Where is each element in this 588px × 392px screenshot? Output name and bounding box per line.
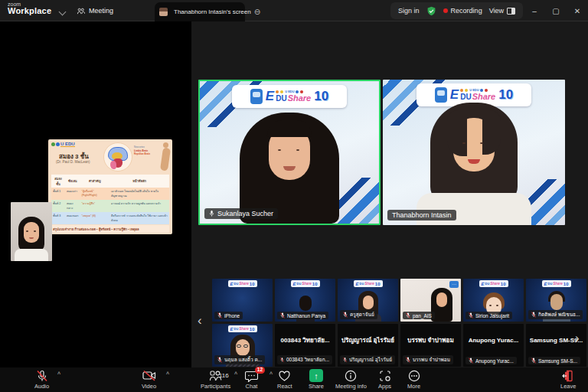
participant-person [409,103,539,225]
participant-tile-krusuda[interactable]: EDUShare10 ครูสุดาจันย์ [338,279,398,322]
brain-labels: Neocortex Limbic Brain Reptilian Brain [134,145,157,156]
video-button[interactable]: Video ^ [142,369,156,390]
slide-logo: U EDU [51,142,75,147]
window-controls: – ▢ ✕ [524,0,588,21]
meeting-toolbar: Audio ^ Video ^ Participants 116 ^ 12 Ch… [0,368,588,392]
self-view-tile[interactable] [11,202,52,261]
participant-tile-pan-ais[interactable]: ··· pan_AIS [400,279,461,322]
slide-logo-text: U EDU [60,142,75,147]
participant-tile-kittipong[interactable]: EDUShare10 กิตติพงษ์ พณิชนธ... [526,279,586,322]
minimize-button[interactable]: – [524,0,545,21]
mic-muted-icon [343,357,347,363]
name-tag: Sirion Jaisujarit [466,312,512,319]
participant-tile-sirion[interactable]: EDUShare10 Sirion Jaisujarit [463,279,524,322]
view-layout-icon [507,8,515,15]
collapse-icon[interactable]: ⊖ [254,8,260,16]
name-tag: Samsung SM-S... [528,357,580,364]
mic-muted-icon [531,358,536,364]
edu-share-banner: E U EDU DUShare 10 [232,85,347,108]
name-tag: Natthanun Panya [277,312,328,319]
mic-muted-icon [469,358,473,364]
audio-options-chevron[interactable]: ^ [57,371,60,377]
more-button[interactable]: More [407,369,420,390]
table-row: ชั้นที่ 3 สมองนอก "เหตุผล" (ที) คิดวิเคร… [51,212,169,224]
self-view-person [15,217,48,261]
zoom-workplace-logo[interactable]: zoom Workplace [8,2,51,15]
meeting-info-button[interactable]: Meeting info [335,369,367,390]
gallery-next-button[interactable]: › [575,332,580,345]
video-options-chevron[interactable]: ^ [166,371,169,377]
brain-illustration [103,142,132,172]
security-shield-icon[interactable] [426,6,436,16]
tab-meeting[interactable]: Meeting [77,0,113,21]
avatar [159,8,168,16]
gallery-prev-button[interactable]: ‹ [198,314,202,327]
leave-door-icon [562,370,574,382]
slide-table: สมองชั้น ชื่อเล่น คำสำคัญ หน้าที่หลัก ชั… [51,175,169,224]
name-tag: ปริญญารณ์ อุไรรัมย์ [340,355,395,364]
mic-muted-icon [343,312,348,318]
chat-button[interactable]: 12 Chat ^ [245,369,258,390]
share-screen-button[interactable]: ↑ Share [309,369,324,390]
mic-muted-icon [280,357,284,363]
audio-button[interactable]: Audio ^ [34,369,49,390]
presentation-slide: U EDU สมอง 3 ชั้น (Dr. Paul D. MacLean) … [48,139,172,234]
shared-screen-region: U EDU สมอง 3 ชั้น (Dr. Paul D. MacLean) … [0,21,191,368]
participant-tile-iphone[interactable]: EDUShare10 iPhone [212,279,273,322]
table-row: ชั้นที่ 2 สมองกลาง "ความรู้สึก" อารมณ์ ค… [51,200,169,212]
name-tag: pan_AIS [403,312,435,319]
participants-options-chevron[interactable]: ^ [234,371,237,377]
zoom-window: zoom Workplace Meeting Thanabhorn Intasi… [0,0,588,392]
participant-tile-anupong[interactable]: Anupong Yurac... Anupong Yurac... [463,324,524,367]
meeting-tab-label: Meeting [89,7,113,15]
mic-muted-icon [406,357,410,363]
mic-muted-icon [406,312,410,318]
chat-options-chevron[interactable]: ^ [270,371,273,377]
participant-tile-banpob[interactable]: บรรพบ จำปาพอม บรรพบ จำปาพอม [400,324,461,367]
recording-indicator[interactable]: Recording [443,7,482,15]
shared-screen-tab-label: Thanabhorn Intasin's screen [174,8,251,15]
logo-green-dot-icon [51,142,55,146]
chat-badge: 12 [255,367,265,374]
maximize-button[interactable]: ▢ [545,0,567,21]
name-tag: Anupong Yurac... [466,357,517,364]
camera-muted-icon [142,370,156,381]
logo-blue-dot-icon [56,142,60,146]
react-button[interactable]: React [277,369,292,390]
heart-icon [278,370,291,382]
video-gallery: E U EDU DUShare 10 Sukanlaya Sucher [191,21,588,368]
tile-more-button[interactable]: ··· [449,281,459,288]
name-tag: ครูสุดาจันย์ [340,310,377,319]
glasses-icon [237,345,241,348]
slide-subtitle: (Dr. Paul D. MacLean) [56,160,90,164]
video-tile-thanabhorn[interactable]: E U EDU DUShare 10 Thanabhorn Intasin [383,80,565,225]
name-tag: บรรพบ จำปาพอม [403,355,453,364]
participant-tile-parinyarn[interactable]: ปริญญารณ์ อุไรรัมย์ ปริญญารณ์ อุไรรัมย์ [338,324,398,367]
participant-tile-003843[interactable]: 003843 วิทยาลัย... 003843 วิทยาลัยก... [275,324,335,367]
table-row: ชั้นที่ 1 สมองเก่า "สู้หรือหนี" (Fight/F… [51,188,169,200]
leave-button[interactable]: Leave [560,369,576,390]
recording-label: Recording [451,7,482,15]
view-button[interactable]: View [489,7,515,15]
person-illustration [160,142,171,175]
participant-tile-narumon[interactable]: EDUShare10 นฤมล แสงติ้ว ค... [212,324,273,367]
name-tag: Sukanlaya Sucher [204,208,278,219]
mic-on-icon [209,210,214,217]
apps-icon [379,370,391,382]
participants-button[interactable]: Participants 116 ^ [201,369,230,390]
sign-in-link[interactable]: Sign in [398,7,420,15]
workplace-logo-text: Workplace [8,7,51,15]
participant-tile-natthanun[interactable]: EDUShare10 Natthanun Panya [275,279,335,322]
robot-mascot-icon [435,87,447,103]
participants-count: 116 [219,372,229,379]
mic-muted-icon [217,357,222,363]
workplace-dropdown-chevron-icon[interactable] [59,8,67,16]
more-ellipsis-icon [408,370,420,382]
close-button[interactable]: ✕ [567,0,588,21]
video-tile-sukanlaya[interactable]: E U EDU DUShare 10 Sukanlaya Sucher [198,80,381,225]
tab-shared-screen[interactable]: Thanabhorn Intasin's screen ⊖ [155,2,245,21]
robot-mascot-icon [250,89,263,104]
apps-button[interactable]: Apps [378,369,391,390]
share-arrow-icon: ↑ [309,369,323,382]
name-tag: นฤมล แสงติ้ว ค... [214,355,265,364]
